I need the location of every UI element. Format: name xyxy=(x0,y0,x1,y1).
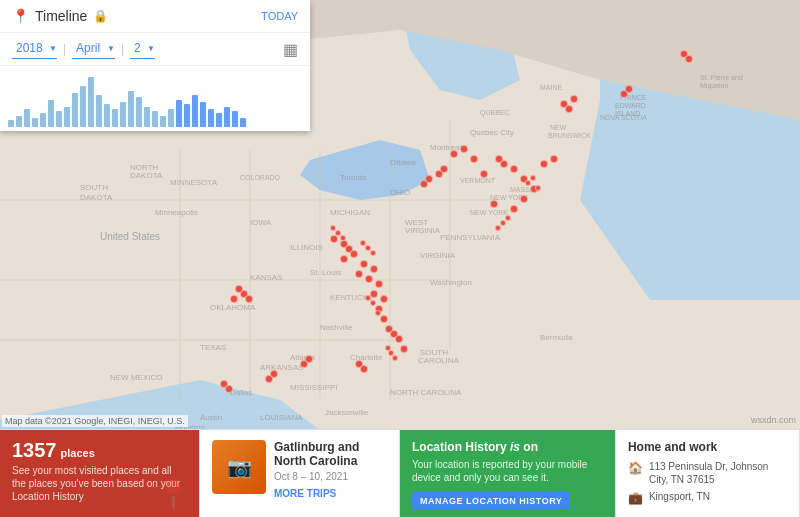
manage-location-history-button[interactable]: MANAGE LOCATION HISTORY xyxy=(412,492,570,510)
histogram-bar[interactable] xyxy=(128,91,134,127)
histogram-bar[interactable] xyxy=(200,102,206,127)
location-dot xyxy=(370,290,378,298)
location-dot xyxy=(460,145,468,153)
more-trips-button[interactable]: MORE TRIPS xyxy=(274,488,336,499)
svg-text:St. Louis: St. Louis xyxy=(310,268,341,277)
places-card[interactable]: 1357 places See your most visited places… xyxy=(0,429,200,517)
month-select[interactable]: April xyxy=(72,39,105,57)
histogram-bar[interactable] xyxy=(136,97,142,127)
svg-text:Miquelon: Miquelon xyxy=(700,82,729,90)
location-dot xyxy=(565,105,573,113)
histogram-bar[interactable] xyxy=(120,102,126,127)
year-chevron-icon: ▼ xyxy=(49,44,57,53)
home-item: 🏠 113 Peninsula Dr, Johnson City, TN 376… xyxy=(628,460,787,486)
histogram-bar[interactable] xyxy=(104,104,110,127)
location-dot xyxy=(525,180,531,186)
location-dot xyxy=(480,170,488,178)
location-dot xyxy=(470,155,478,163)
histogram-bar[interactable] xyxy=(160,116,166,127)
lock-icon: 🔒 xyxy=(93,9,108,23)
histogram-bar[interactable] xyxy=(232,111,238,127)
histogram-bar[interactable] xyxy=(16,116,22,127)
histogram-bar[interactable] xyxy=(192,95,198,127)
year-select[interactable]: 2018 xyxy=(12,39,47,57)
histogram-bar[interactable] xyxy=(176,100,182,127)
month-select-wrap: April ▼ xyxy=(72,39,115,59)
location-pin-icon: 📍 xyxy=(12,8,29,24)
svg-text:St. Pierre and: St. Pierre and xyxy=(700,74,743,81)
histogram-bar[interactable] xyxy=(144,107,150,127)
histogram-bar[interactable] xyxy=(152,111,158,127)
location-history-title: Location History is on xyxy=(412,440,603,454)
location-dot xyxy=(375,310,381,316)
places-bg-icon: 📍 xyxy=(156,478,191,511)
home-work-card[interactable]: Home and work 🏠 113 Peninsula Dr, Johnso… xyxy=(616,429,800,517)
location-dot xyxy=(230,295,238,303)
svg-text:LOUISIANA: LOUISIANA xyxy=(260,413,303,422)
watermark: wsxdn.com xyxy=(751,415,796,425)
histogram-bar[interactable] xyxy=(208,109,214,127)
location-dot xyxy=(340,235,346,241)
day-select-wrap: 2 ▼ xyxy=(130,39,155,59)
svg-text:MASS.: MASS. xyxy=(510,186,532,193)
histogram-bar[interactable] xyxy=(88,77,94,127)
camera-icon: 📷 xyxy=(227,455,252,479)
histogram-bar[interactable] xyxy=(8,120,14,127)
histogram-bar[interactable] xyxy=(96,95,102,127)
location-dot xyxy=(225,385,233,393)
location-dot xyxy=(330,235,338,243)
svg-text:ILLINOIS: ILLINOIS xyxy=(290,243,323,252)
histogram-bar[interactable] xyxy=(64,107,70,127)
places-count: 1357 xyxy=(12,440,57,460)
svg-text:Dallas: Dallas xyxy=(230,388,252,397)
location-history-card[interactable]: Location History is on Your location is … xyxy=(400,429,616,517)
histogram-bar[interactable] xyxy=(56,111,62,127)
svg-text:MISSISSIPPI: MISSISSIPPI xyxy=(290,383,338,392)
location-dot xyxy=(540,160,548,168)
location-dot xyxy=(375,280,383,288)
svg-text:DAKOTA: DAKOTA xyxy=(80,193,113,202)
histogram-bar[interactable] xyxy=(216,113,222,127)
location-dot xyxy=(380,295,388,303)
svg-text:Minneapolis: Minneapolis xyxy=(155,208,198,217)
timeline-title: Timeline xyxy=(35,8,87,24)
histogram-bar[interactable] xyxy=(112,109,118,127)
location-dot xyxy=(440,165,448,173)
histogram[interactable] xyxy=(0,66,310,131)
histogram-bar[interactable] xyxy=(80,86,86,127)
location-dot xyxy=(535,185,541,191)
today-button[interactable]: TODAY xyxy=(261,10,298,22)
histogram-bar[interactable] xyxy=(72,93,78,127)
histogram-bar[interactable] xyxy=(40,113,46,127)
svg-text:PENNSYLVANIA: PENNSYLVANIA xyxy=(440,233,501,242)
location-dot xyxy=(245,295,253,303)
work-icon: 💼 xyxy=(628,491,643,505)
histogram-bar[interactable] xyxy=(184,104,190,127)
location-dot xyxy=(370,265,378,273)
home-work-title: Home and work xyxy=(628,440,787,454)
trip-card[interactable]: 📷 Gatlinburg and North Carolina Oct 8 – … xyxy=(200,429,400,517)
location-dot xyxy=(520,195,528,203)
svg-text:MICHIGAN: MICHIGAN xyxy=(330,208,370,217)
chart-toggle-button[interactable]: ▦ xyxy=(283,40,298,59)
location-dot xyxy=(340,255,348,263)
svg-text:Ottawa: Ottawa xyxy=(390,158,416,167)
location-dot xyxy=(355,270,363,278)
svg-text:CAROLINA: CAROLINA xyxy=(418,356,460,365)
trip-info: Gatlinburg and North Carolina Oct 8 – 10… xyxy=(274,440,387,501)
svg-text:NORTH CAROLINA: NORTH CAROLINA xyxy=(390,388,462,397)
svg-text:VIRGINIA: VIRGINIA xyxy=(405,226,441,235)
histogram-bar[interactable] xyxy=(240,118,246,127)
svg-text:Bermuda: Bermuda xyxy=(540,333,573,342)
histogram-bar[interactable] xyxy=(32,118,38,127)
histogram-bar[interactable] xyxy=(224,107,230,127)
location-dot xyxy=(625,85,633,93)
location-dot xyxy=(530,175,536,181)
location-dot xyxy=(360,365,368,373)
histogram-bar[interactable] xyxy=(24,109,30,127)
day-select[interactable]: 2 xyxy=(130,39,145,57)
histogram-bar[interactable] xyxy=(48,100,54,127)
location-dot xyxy=(350,250,358,258)
svg-text:VERMONT: VERMONT xyxy=(460,177,496,184)
histogram-bar[interactable] xyxy=(168,109,174,127)
